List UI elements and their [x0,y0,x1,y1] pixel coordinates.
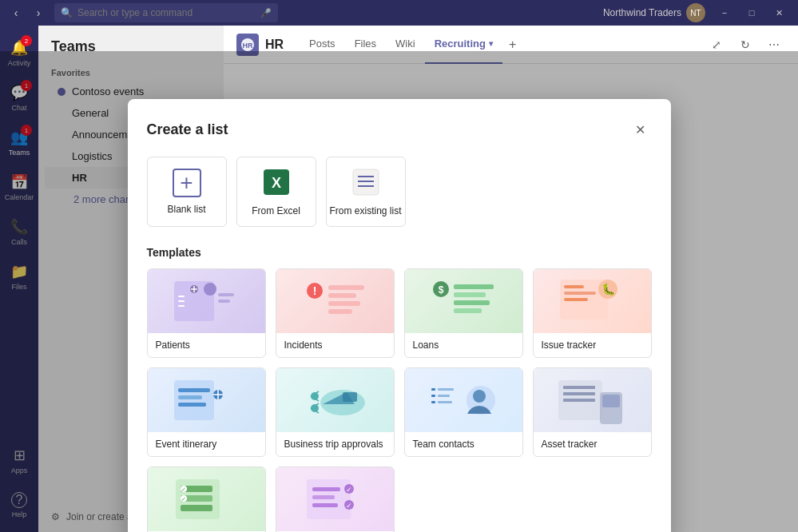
template-thumb-issue: 🐛 [534,269,651,333]
svg-rect-13 [178,300,185,302]
svg-rect-36 [174,380,214,420]
svg-rect-77 [312,503,338,507]
window-controls: − □ ✕ [712,5,792,21]
svg-rect-28 [454,300,490,305]
svg-rect-29 [454,308,482,313]
user-name: Northwind Traders [603,7,681,18]
from-existing-label: From existing list [329,205,401,216]
excel-icon: X [262,168,291,199]
svg-rect-37 [178,388,210,392]
template-incidents[interactable]: ! Incidents [276,268,395,358]
template-thumb-asset [534,368,651,432]
svg-rect-21 [328,293,356,298]
template-name-business-trip: Business trip approvals [276,432,394,456]
title-bar-left: ‹ › 🔍 🎤 [6,3,278,22]
modal-overlay: Create a list ✕ + Blank list X From [0,51,798,532]
modal-close-button[interactable]: ✕ [629,118,652,141]
channel-name: HR [265,38,284,52]
existing-icon [351,168,380,199]
svg-rect-65 [602,395,620,407]
template-name-incidents: Incidents [276,333,394,357]
svg-rect-62 [563,392,595,395]
svg-rect-76 [312,495,335,499]
svg-point-9 [204,283,216,296]
user-info: Northwind Traders NT [603,3,705,22]
template-issue-tracker[interactable]: 🐛 Issue tracker [533,268,652,358]
avatar: NT [686,3,705,22]
svg-text:✓: ✓ [346,486,352,494]
svg-rect-63 [563,399,595,402]
minimize-button[interactable]: − [712,5,737,21]
template-name-asset-tracker: Asset tracker [534,432,651,456]
forward-button[interactable]: › [29,3,48,22]
template-patients[interactable]: Patients [147,268,266,358]
template-project-planning[interactable]: ✓ ✓ Project planning [147,466,266,532]
template-name-issue-tracker: Issue tracker [534,333,651,357]
modal-title: Create a list [147,121,228,138]
svg-rect-23 [328,309,352,314]
nav-buttons: ‹ › [6,3,48,22]
hr-channel-icon-svg: HR [240,38,255,52]
svg-rect-14 [178,305,185,307]
template-team-contacts[interactable]: Team contacts [404,367,523,457]
search-input[interactable] [77,7,256,18]
template-onboarding[interactable]: ✓ ✓ Onboarding checklist [276,466,395,532]
svg-text:HR: HR [243,42,253,50]
template-name-team-contacts: Team contacts [405,432,522,456]
svg-text:!: ! [313,284,317,297]
template-name-patients: Patients [148,333,265,357]
activity-badge: 2 [21,35,32,46]
template-thumb-team [405,368,522,432]
blank-list-label: Blank list [167,204,205,215]
mic-icon: 🎤 [260,8,272,18]
from-excel-option[interactable]: X From Excel [236,157,316,227]
blank-list-option[interactable]: + Blank list [147,157,227,227]
svg-rect-20 [328,285,364,290]
options-row: + Blank list X From Excel [147,157,652,227]
svg-rect-38 [178,395,202,399]
template-event-itinerary[interactable]: Event itinerary [147,367,266,457]
svg-text:$: $ [439,284,444,296]
svg-rect-39 [178,403,206,407]
templates-label: Templates [147,246,652,259]
svg-rect-69 [181,505,212,511]
blank-list-icon: + [173,169,201,197]
search-bar[interactable]: 🔍 🎤 [54,3,278,22]
svg-text:✓: ✓ [181,496,186,502]
dropdown-icon: ▾ [489,39,493,48]
svg-text:✓: ✓ [346,502,352,510]
svg-rect-59 [438,401,452,403]
svg-rect-12 [178,296,185,297]
template-thumb-loans: $ [405,269,522,333]
template-thumb-event [148,368,265,432]
template-thumb-onboarding: ✓ ✓ [276,467,394,531]
template-thumb-business [276,368,394,432]
title-bar-right: Northwind Traders NT − □ ✕ [603,3,792,22]
template-loans[interactable]: $ Loans [404,268,523,358]
close-button[interactable]: ✕ [766,5,792,21]
template-thumb-patients [148,269,265,333]
maximize-button[interactable]: □ [739,5,764,21]
svg-text:🐛: 🐛 [601,283,616,296]
from-existing-option[interactable]: From existing list [326,157,406,227]
back-button[interactable]: ‹ [6,3,26,22]
template-business-trip[interactable]: Business trip approvals [276,367,395,457]
template-thumb-incidents: ! [276,269,394,333]
svg-rect-26 [454,284,494,289]
svg-text:✓: ✓ [181,486,186,492]
svg-text:X: X [271,175,280,191]
search-icon: 🔍 [61,7,73,18]
template-name-event-itinerary: Event itinerary [148,432,265,456]
svg-point-53 [473,390,486,403]
svg-rect-31 [564,285,584,288]
svg-rect-32 [564,292,596,295]
title-bar: ‹ › 🔍 🎤 Northwind Traders NT − □ ✕ [0,0,798,26]
svg-rect-57 [438,395,450,397]
template-asset-tracker[interactable]: Asset tracker [533,367,652,457]
svg-rect-61 [563,386,595,389]
svg-rect-56 [431,395,435,397]
templates-grid: Patients ! Incidents [147,268,652,532]
svg-rect-33 [564,298,588,301]
svg-rect-45 [343,392,357,402]
template-thumb-project: ✓ ✓ [148,467,265,531]
